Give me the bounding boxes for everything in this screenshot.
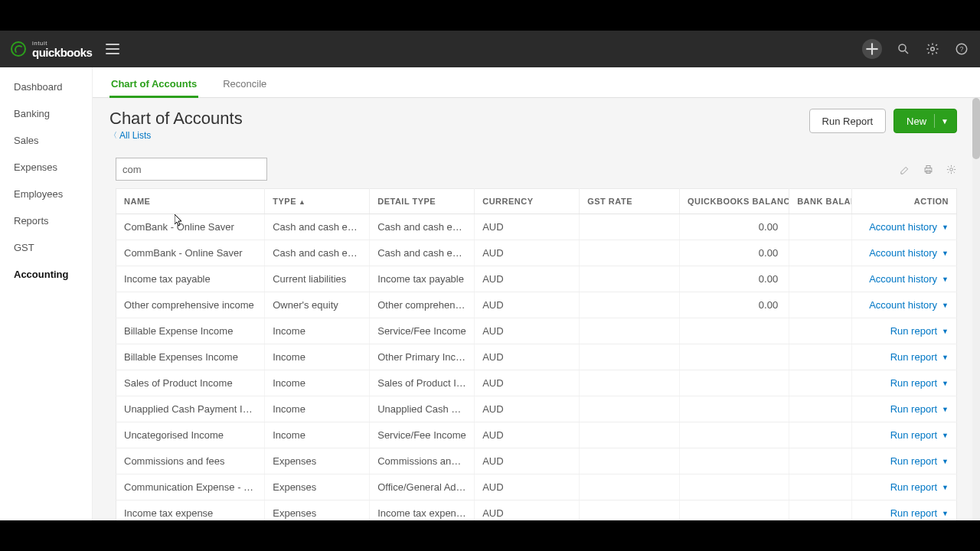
- row-action-link[interactable]: Run report ▼: [890, 351, 949, 363]
- column-header-detail-type[interactable]: DETAIL TYPE: [370, 189, 475, 214]
- caret-down-icon[interactable]: ▼: [942, 458, 949, 465]
- column-header-name[interactable]: NAME: [116, 189, 265, 214]
- row-action-link[interactable]: Run report ▼: [890, 455, 949, 467]
- table-row[interactable]: Sales of Product IncomeIncomeSales of Pr…: [116, 370, 957, 396]
- scrollbar[interactable]: [972, 98, 980, 520]
- cell-type: Expenses: [265, 500, 370, 521]
- table-row[interactable]: Communication Expense - FixedExpensesOff…: [116, 474, 957, 500]
- topbar: intuit quickbooks ?: [0, 31, 980, 67]
- sidebar-item-dashboard[interactable]: Dashboard: [0, 73, 92, 100]
- svg-text:?: ?: [960, 46, 964, 53]
- cell-qb-balance: 0.00: [680, 214, 789, 240]
- cell-detail: Cash and cash equivalents: [370, 214, 475, 240]
- print-icon[interactable]: [922, 163, 934, 175]
- cell-qb-balance: [680, 396, 789, 422]
- row-action-link[interactable]: Run report ▼: [890, 481, 949, 493]
- caret-down-icon[interactable]: ▼: [942, 302, 949, 309]
- help-icon[interactable]: ?: [954, 41, 969, 57]
- table-row[interactable]: Income tax payableCurrent liabilitiesInc…: [116, 266, 957, 292]
- cell-currency: AUD: [475, 422, 580, 448]
- column-header-type[interactable]: TYPE▲: [265, 189, 370, 214]
- caret-down-icon[interactable]: ▼: [942, 328, 949, 335]
- sidebar: Dashboard Banking Sales Expenses Employe…: [0, 67, 92, 520]
- cell-bank-balance: [789, 422, 852, 448]
- column-header-currency[interactable]: CURRENCY: [475, 189, 580, 214]
- cell-currency: AUD: [475, 370, 580, 396]
- caret-down-icon[interactable]: ▼: [942, 276, 949, 283]
- caret-down-icon[interactable]: ▼: [942, 510, 949, 517]
- cell-currency: AUD: [475, 292, 580, 318]
- table-row[interactable]: Billable Expenses IncomeIncomeOther Prim…: [116, 344, 957, 370]
- sidebar-item-gst[interactable]: GST: [0, 234, 92, 261]
- button-label: Run Report: [822, 116, 873, 127]
- row-action-link[interactable]: Account history ▼: [869, 273, 949, 285]
- row-action-link[interactable]: Account history ▼: [869, 247, 949, 259]
- svg-rect-5: [926, 165, 930, 168]
- sidebar-item-sales[interactable]: Sales: [0, 127, 92, 154]
- row-action-link[interactable]: Run report ▼: [890, 507, 949, 519]
- table-row[interactable]: ComBank - Online SaverCash and cash equi…: [116, 214, 957, 240]
- sidebar-item-expenses[interactable]: Expenses: [0, 154, 92, 181]
- sidebar-item-banking[interactable]: Banking: [0, 100, 92, 127]
- table-row[interactable]: Other comprehensive incomeOwner's equity…: [116, 292, 957, 318]
- row-action-link[interactable]: Run report ▼: [890, 403, 949, 415]
- brand-name: quickbooks: [32, 47, 92, 58]
- column-header-gst-rate[interactable]: GST RATE: [580, 189, 680, 214]
- table-row[interactable]: Billable Expense IncomeIncomeService/Fee…: [116, 318, 957, 344]
- sidebar-item-accounting[interactable]: Accounting: [0, 261, 92, 288]
- caret-down-icon[interactable]: ▼: [942, 484, 949, 491]
- caret-down-icon[interactable]: ▼: [942, 249, 949, 257]
- caret-down-icon[interactable]: ▼: [942, 354, 949, 361]
- row-action-link[interactable]: Account history ▼: [869, 221, 949, 233]
- create-button[interactable]: [862, 39, 882, 59]
- run-report-button[interactable]: Run Report: [809, 109, 886, 133]
- cell-gst: [580, 500, 680, 521]
- cell-gst: [580, 214, 680, 240]
- table-row[interactable]: CommBank - Online SaverCash and cash equ…: [116, 240, 957, 266]
- cell-name: Communication Expense - Fixed: [116, 474, 265, 500]
- brand-logo[interactable]: intuit quickbooks: [11, 41, 92, 58]
- caret-down-icon[interactable]: ▼: [942, 432, 949, 439]
- search-input[interactable]: [122, 164, 260, 175]
- cell-currency: AUD: [475, 474, 580, 500]
- table-row[interactable]: Uncategorised IncomeIncomeService/Fee In…: [116, 422, 957, 448]
- row-action-link[interactable]: Run report ▼: [890, 377, 949, 389]
- table-row[interactable]: Commissions and feesExpensesCommissions …: [116, 448, 957, 474]
- cell-bank-balance: [789, 214, 852, 240]
- column-header-qb-balance[interactable]: QUICKBOOKS BALANCE: [680, 189, 789, 214]
- gear-icon[interactable]: [925, 41, 940, 57]
- cell-detail: Sales of Product Income: [370, 370, 475, 396]
- letterbox: [0, 0, 980, 31]
- cell-qb-balance: [680, 474, 789, 500]
- table-row[interactable]: Unapplied Cash Payment IncomeIncomeUnapp…: [116, 396, 957, 422]
- sidebar-item-reports[interactable]: Reports: [0, 207, 92, 234]
- cell-bank-balance: [789, 344, 852, 370]
- tab-reconcile[interactable]: Reconcile: [221, 70, 268, 97]
- tab-chart-of-accounts[interactable]: Chart of Accounts: [109, 70, 198, 97]
- scrollbar-thumb[interactable]: [972, 98, 980, 159]
- breadcrumb-all-lists[interactable]: 〈 All Lists: [109, 130, 243, 141]
- cell-name: Income tax payable: [116, 266, 265, 292]
- settings-gear-icon[interactable]: [945, 163, 957, 175]
- caret-down-icon[interactable]: ▼: [941, 117, 949, 126]
- row-action-link[interactable]: Account history ▼: [869, 299, 949, 311]
- caret-down-icon[interactable]: ▼: [942, 223, 949, 231]
- caret-down-icon[interactable]: ▼: [942, 406, 949, 413]
- search-box[interactable]: [116, 158, 267, 181]
- row-action-link[interactable]: Run report ▼: [890, 429, 949, 441]
- caret-down-icon[interactable]: ▼: [942, 380, 949, 387]
- search-icon[interactable]: [896, 41, 911, 57]
- edit-icon[interactable]: [899, 163, 911, 175]
- new-button[interactable]: New ▼: [893, 109, 957, 133]
- menu-toggle-icon[interactable]: [106, 44, 119, 54]
- column-header-bank-balance[interactable]: BANK BALANCE: [789, 189, 852, 214]
- sidebar-item-label: GST: [14, 242, 34, 253]
- cell-bank-balance: [789, 474, 852, 500]
- cell-qb-balance: 0.00: [680, 292, 789, 318]
- sidebar-item-employees[interactable]: Employees: [0, 181, 92, 207]
- sidebar-item-label: Accounting: [14, 269, 69, 280]
- table-row[interactable]: Income tax expenseExpensesIncome tax exp…: [116, 500, 957, 521]
- row-action-link[interactable]: Run report ▼: [890, 325, 949, 337]
- cell-qb-balance: [680, 500, 789, 521]
- cell-type: Owner's equity: [265, 292, 370, 318]
